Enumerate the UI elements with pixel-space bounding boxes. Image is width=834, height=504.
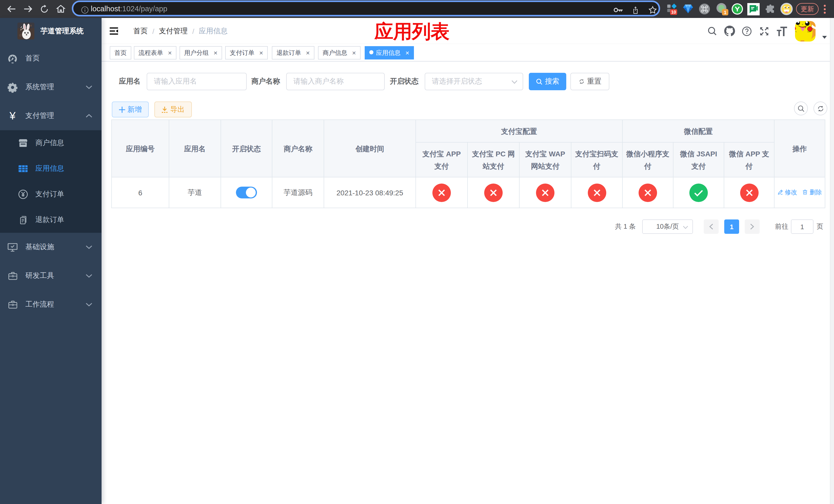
svg-text:1: 1 bbox=[723, 9, 726, 15]
svg-text:10: 10 bbox=[671, 9, 676, 14]
